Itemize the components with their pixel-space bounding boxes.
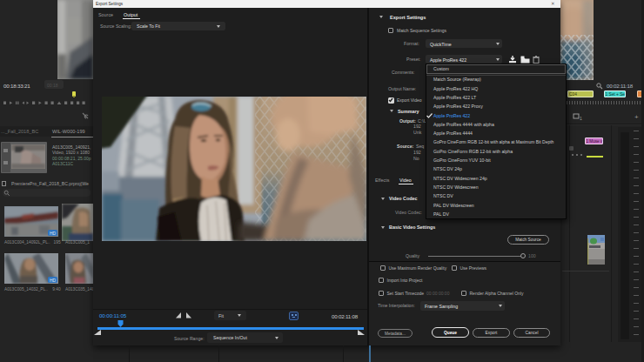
svg-text:HD: HD [50,231,57,236]
svg-text:HD: HD [50,278,57,283]
svg-text:1: 1 [580,116,582,121]
